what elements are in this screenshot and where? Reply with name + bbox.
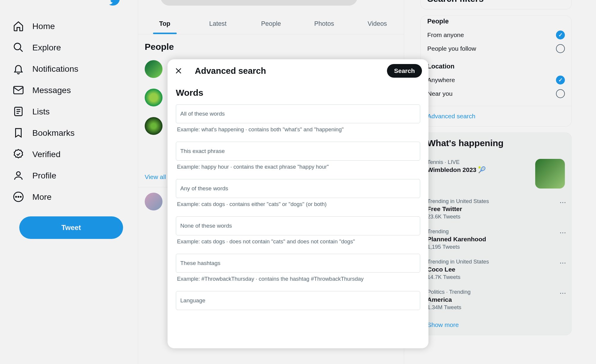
example-text: Example: what's happening · contains bot… (177, 126, 419, 133)
example-text: Example: happy hour · contains the exact… (177, 164, 419, 170)
example-text: Example: cats dogs · contains either "ca… (177, 201, 419, 207)
any-words-field[interactable]: Any of these words (176, 179, 420, 198)
modal-header: Advanced search Search (168, 59, 428, 82)
modal-title: Advanced search (195, 66, 375, 76)
example-text: Example: #ThrowbackThursday · contains t… (177, 276, 419, 282)
all-words-field[interactable]: All of these words (176, 104, 420, 123)
hashtags-field[interactable]: These hashtags (176, 254, 420, 273)
search-button[interactable]: Search (387, 64, 422, 78)
example-text: Example: cats dogs · does not contain "c… (177, 238, 419, 245)
words-heading: Words (176, 88, 420, 98)
modal-body[interactable]: Words All of these words Example: what's… (168, 82, 428, 348)
none-words-field[interactable]: None of these words (176, 216, 420, 235)
advanced-search-modal: Advanced search Search Words All of thes… (168, 59, 428, 348)
close-icon[interactable] (174, 66, 183, 75)
language-field[interactable]: Language (176, 291, 420, 310)
exact-phrase-field[interactable]: This exact phrase (176, 142, 420, 161)
